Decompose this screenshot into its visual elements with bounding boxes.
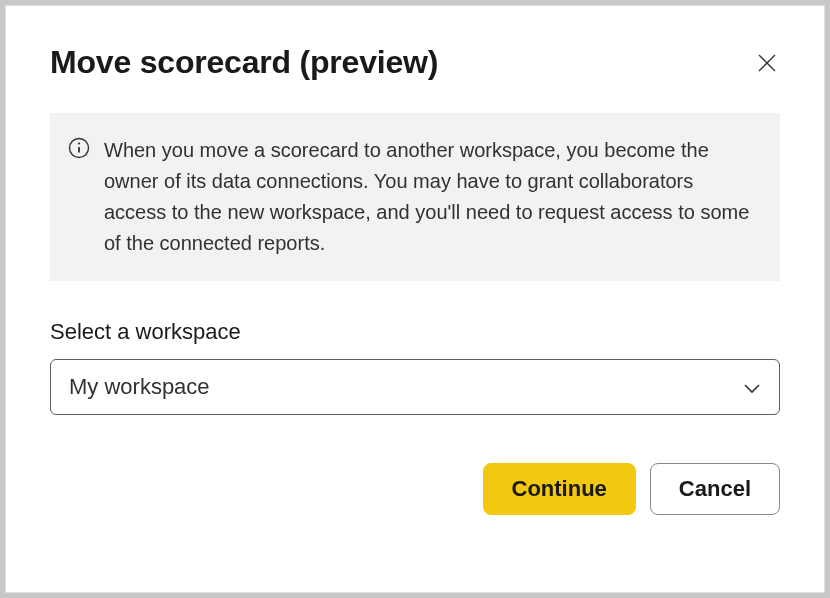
workspace-label: Select a workspace: [50, 319, 780, 345]
move-scorecard-dialog: Move scorecard (preview) When you move a…: [5, 5, 825, 593]
dialog-header: Move scorecard (preview): [50, 44, 780, 81]
dialog-footer: Continue Cancel: [50, 463, 780, 515]
cancel-button[interactable]: Cancel: [650, 463, 780, 515]
info-icon: [68, 135, 90, 163]
dialog-title: Move scorecard (preview): [50, 44, 438, 81]
chevron-down-icon: [743, 374, 761, 400]
info-banner: When you move a scorecard to another wor…: [50, 113, 780, 281]
workspace-selected-value: My workspace: [69, 374, 210, 400]
close-icon: [758, 54, 776, 72]
close-button[interactable]: [754, 50, 780, 79]
svg-point-4: [78, 142, 80, 144]
workspace-dropdown[interactable]: My workspace: [50, 359, 780, 415]
continue-button[interactable]: Continue: [483, 463, 636, 515]
info-message: When you move a scorecard to another wor…: [104, 135, 754, 259]
